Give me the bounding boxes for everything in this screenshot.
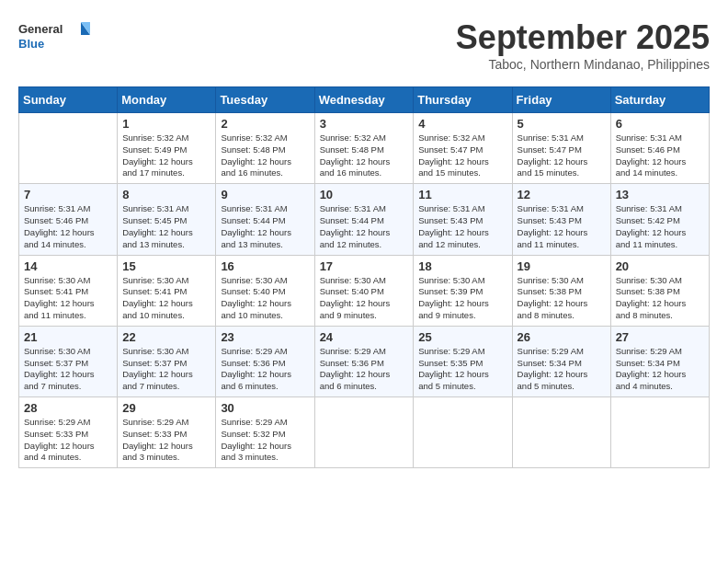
calendar-cell: 3Sunrise: 5:32 AM Sunset: 5:48 PM Daylig… [314,113,414,184]
calendar-cell: 7Sunrise: 5:31 AM Sunset: 5:46 PM Daylig… [19,184,118,255]
cell-info: Sunrise: 5:29 AM Sunset: 5:36 PM Dayligh… [221,346,309,393]
calendar-cell [610,397,709,468]
cell-info: Sunrise: 5:32 AM Sunset: 5:48 PM Dayligh… [320,132,409,179]
logo-svg: General Blue [18,18,92,55]
weekday-header: Friday [512,87,610,113]
calendar-cell: 24Sunrise: 5:29 AM Sunset: 5:36 PM Dayli… [314,326,414,396]
cell-info: Sunrise: 5:29 AM Sunset: 5:35 PM Dayligh… [418,346,506,393]
calendar-cell: 30Sunrise: 5:29 AM Sunset: 5:32 PM Dayli… [216,397,314,468]
title-block: September 2025 Taboc, Northern Mindanao,… [456,18,710,72]
calendar-table: SundayMondayTuesdayWednesdayThursdayFrid… [18,86,710,468]
calendar-cell: 18Sunrise: 5:30 AM Sunset: 5:39 PM Dayli… [414,255,512,326]
cell-info: Sunrise: 5:31 AM Sunset: 5:43 PM Dayligh… [518,203,606,250]
calendar-cell: 5Sunrise: 5:31 AM Sunset: 5:47 PM Daylig… [512,113,610,184]
cell-info: Sunrise: 5:31 AM Sunset: 5:44 PM Dayligh… [320,203,409,250]
day-number: 7 [24,188,112,201]
calendar-cell: 28Sunrise: 5:29 AM Sunset: 5:33 PM Dayli… [19,397,118,468]
calendar-week-row: 21Sunrise: 5:30 AM Sunset: 5:37 PM Dayli… [19,326,710,396]
cell-info: Sunrise: 5:29 AM Sunset: 5:34 PM Dayligh… [616,346,704,393]
day-number: 9 [221,188,309,201]
cell-info: Sunrise: 5:31 AM Sunset: 5:46 PM Dayligh… [616,132,704,179]
cell-info: Sunrise: 5:32 AM Sunset: 5:49 PM Dayligh… [122,132,210,179]
cell-info: Sunrise: 5:31 AM Sunset: 5:44 PM Dayligh… [221,203,309,250]
cell-info: Sunrise: 5:29 AM Sunset: 5:36 PM Dayligh… [320,346,409,393]
calendar-cell: 6Sunrise: 5:31 AM Sunset: 5:46 PM Daylig… [610,113,709,184]
cell-info: Sunrise: 5:30 AM Sunset: 5:40 PM Dayligh… [221,275,309,322]
weekday-header: Monday [118,87,216,113]
day-number: 22 [122,330,210,344]
day-number: 6 [616,117,704,131]
calendar-cell [512,397,610,468]
day-number: 28 [24,401,112,415]
cell-info: Sunrise: 5:30 AM Sunset: 5:37 PM Dayligh… [122,346,210,393]
day-number: 8 [122,188,210,201]
calendar-cell: 16Sunrise: 5:30 AM Sunset: 5:40 PM Dayli… [216,255,314,326]
day-number: 1 [122,117,210,131]
weekday-header: Thursday [414,87,512,113]
calendar-cell: 20Sunrise: 5:30 AM Sunset: 5:38 PM Dayli… [610,255,709,326]
day-number: 2 [221,117,309,131]
calendar-cell: 1Sunrise: 5:32 AM Sunset: 5:49 PM Daylig… [118,113,216,184]
calendar-cell: 21Sunrise: 5:30 AM Sunset: 5:37 PM Dayli… [19,326,118,396]
calendar-cell [414,397,512,468]
cell-info: Sunrise: 5:29 AM Sunset: 5:34 PM Dayligh… [518,346,606,393]
day-number: 27 [616,330,704,344]
day-number: 30 [221,401,309,415]
day-number: 26 [518,330,606,344]
page-header: General Blue September 2025 Taboc, North… [18,18,710,72]
day-number: 29 [122,401,210,415]
calendar-week-row: 28Sunrise: 5:29 AM Sunset: 5:33 PM Dayli… [19,397,710,468]
cell-info: Sunrise: 5:29 AM Sunset: 5:33 PM Dayligh… [122,417,210,464]
cell-info: Sunrise: 5:29 AM Sunset: 5:32 PM Dayligh… [221,417,309,464]
weekday-header: Saturday [610,87,709,113]
cell-info: Sunrise: 5:30 AM Sunset: 5:37 PM Dayligh… [24,346,112,393]
weekday-header: Tuesday [216,87,314,113]
calendar-cell: 2Sunrise: 5:32 AM Sunset: 5:48 PM Daylig… [216,113,314,184]
calendar-header: SundayMondayTuesdayWednesdayThursdayFrid… [19,87,710,113]
day-number: 12 [518,188,606,201]
svg-text:General: General [18,22,63,36]
cell-info: Sunrise: 5:30 AM Sunset: 5:38 PM Dayligh… [616,275,704,322]
day-number: 11 [418,188,506,201]
day-number: 18 [418,259,506,273]
day-number: 21 [24,330,112,344]
cell-info: Sunrise: 5:31 AM Sunset: 5:45 PM Dayligh… [122,203,210,250]
cell-info: Sunrise: 5:31 AM Sunset: 5:46 PM Dayligh… [24,203,112,250]
calendar-cell: 29Sunrise: 5:29 AM Sunset: 5:33 PM Dayli… [118,397,216,468]
calendar-cell: 8Sunrise: 5:31 AM Sunset: 5:45 PM Daylig… [118,184,216,255]
calendar-cell: 11Sunrise: 5:31 AM Sunset: 5:43 PM Dayli… [414,184,512,255]
day-number: 14 [24,259,112,273]
day-number: 25 [418,330,506,344]
logo: General Blue [18,18,92,55]
cell-info: Sunrise: 5:31 AM Sunset: 5:47 PM Dayligh… [518,132,606,179]
day-number: 10 [320,188,409,201]
calendar-cell: 22Sunrise: 5:30 AM Sunset: 5:37 PM Dayli… [118,326,216,396]
calendar-cell: 26Sunrise: 5:29 AM Sunset: 5:34 PM Dayli… [512,326,610,396]
calendar-cell: 19Sunrise: 5:30 AM Sunset: 5:38 PM Dayli… [512,255,610,326]
calendar-cell: 10Sunrise: 5:31 AM Sunset: 5:44 PM Dayli… [314,184,414,255]
cell-info: Sunrise: 5:31 AM Sunset: 5:42 PM Dayligh… [616,203,704,250]
cell-info: Sunrise: 5:30 AM Sunset: 5:39 PM Dayligh… [418,275,506,322]
calendar-cell: 23Sunrise: 5:29 AM Sunset: 5:36 PM Dayli… [216,326,314,396]
svg-text:Blue: Blue [18,37,44,51]
cell-info: Sunrise: 5:30 AM Sunset: 5:41 PM Dayligh… [24,275,112,322]
weekday-header: Wednesday [314,87,414,113]
day-number: 23 [221,330,309,344]
cell-info: Sunrise: 5:30 AM Sunset: 5:41 PM Dayligh… [122,275,210,322]
location: Taboc, Northern Mindanao, Philippines [456,57,710,72]
calendar-cell [19,113,118,184]
calendar-cell: 25Sunrise: 5:29 AM Sunset: 5:35 PM Dayli… [414,326,512,396]
cell-info: Sunrise: 5:29 AM Sunset: 5:33 PM Dayligh… [24,417,112,464]
day-number: 24 [320,330,409,344]
calendar-week-row: 7Sunrise: 5:31 AM Sunset: 5:46 PM Daylig… [19,184,710,255]
calendar-cell: 4Sunrise: 5:32 AM Sunset: 5:47 PM Daylig… [414,113,512,184]
calendar-cell: 27Sunrise: 5:29 AM Sunset: 5:34 PM Dayli… [610,326,709,396]
day-number: 15 [122,259,210,273]
day-number: 19 [518,259,606,273]
cell-info: Sunrise: 5:32 AM Sunset: 5:47 PM Dayligh… [418,132,506,179]
cell-info: Sunrise: 5:30 AM Sunset: 5:38 PM Dayligh… [518,275,606,322]
calendar-week-row: 14Sunrise: 5:30 AM Sunset: 5:41 PM Dayli… [19,255,710,326]
calendar-cell [314,397,414,468]
day-number: 4 [418,117,506,131]
calendar-cell: 13Sunrise: 5:31 AM Sunset: 5:42 PM Dayli… [610,184,709,255]
